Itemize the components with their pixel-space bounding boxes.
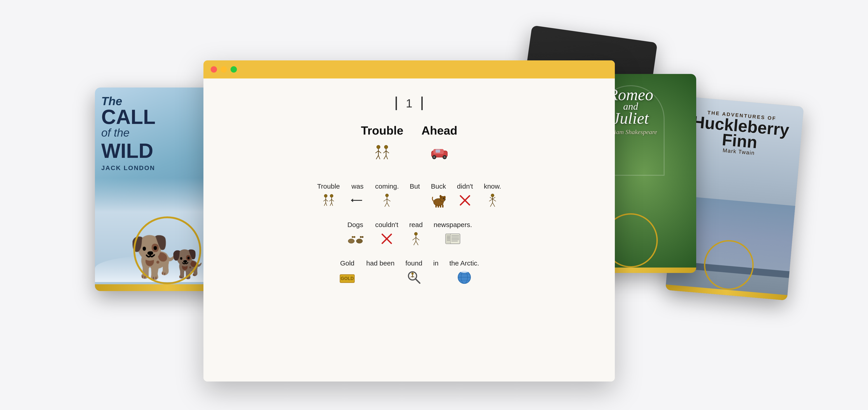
- svg-line-3: [378, 151, 381, 153]
- word-text-know: know.: [484, 182, 501, 190]
- svg-line-5: [378, 155, 380, 159]
- svg-point-66: [362, 236, 364, 238]
- svg-point-17: [443, 156, 446, 158]
- svg-line-89: [415, 279, 420, 283]
- word-in: in: [433, 259, 438, 285]
- word-couldnt: couldn't: [375, 221, 398, 247]
- svg-line-24: [326, 203, 327, 206]
- svg-line-57: [490, 197, 493, 199]
- svg-line-10: [384, 155, 386, 159]
- word-icon-read: [409, 231, 423, 247]
- svg-line-55: [490, 203, 493, 207]
- svg-line-72: [416, 237, 419, 240]
- page-indicator: 1: [240, 96, 579, 110]
- page-line-right: [421, 96, 423, 110]
- svg-point-90: [411, 272, 414, 275]
- svg-line-27: [329, 200, 332, 201]
- svg-line-11: [386, 155, 388, 159]
- svg-line-22: [326, 200, 328, 201]
- word-text-the-arctic: the Arctic.: [450, 259, 479, 267]
- word-text-found: found: [405, 259, 422, 267]
- svg-point-99: [460, 270, 468, 273]
- svg-line-21: [323, 200, 326, 201]
- svg-point-15: [433, 156, 435, 158]
- svg-text:GOLD: GOLD: [341, 276, 354, 281]
- word-icon-found: [406, 269, 422, 285]
- svg-point-51: [491, 194, 494, 197]
- word-coming: coming.: [375, 182, 399, 208]
- svg-point-61: [352, 236, 353, 238]
- word-know: know.: [484, 182, 501, 208]
- svg-rect-45: [440, 205, 441, 208]
- page-number: 1: [406, 96, 412, 110]
- word-icon-was: [351, 193, 364, 208]
- word-had-been: had been: [366, 259, 395, 285]
- svg-line-53: [489, 199, 493, 201]
- sentence-row-2: Dogs: [240, 221, 579, 247]
- word-but: But: [410, 182, 420, 208]
- svg-line-58: [493, 197, 495, 199]
- svg-rect-43: [435, 204, 437, 208]
- svg-rect-18: [436, 149, 440, 153]
- svg-line-74: [416, 241, 418, 245]
- cow-gold-circle: [133, 216, 201, 284]
- word-text-newspapers: newspapers.: [434, 221, 472, 229]
- word-was: was: [351, 182, 364, 208]
- svg-point-63: [356, 239, 363, 243]
- word-text-trouble: Trouble: [317, 182, 340, 190]
- title-icon-trouble: [372, 142, 393, 165]
- traffic-light-yellow[interactable]: [221, 66, 227, 72]
- svg-point-47: [443, 198, 444, 199]
- svg-point-59: [348, 239, 354, 243]
- word-the-arctic: the Arctic.: [450, 259, 479, 285]
- svg-point-69: [414, 232, 417, 235]
- svg-line-37: [385, 203, 387, 207]
- word-text-coming: coming.: [375, 182, 399, 190]
- word-icon-gold: GOLD: [339, 269, 355, 285]
- svg-line-71: [412, 237, 416, 240]
- traffic-light-green[interactable]: [230, 66, 237, 72]
- title-item-ahead: Ahead: [421, 124, 457, 165]
- word-dogs: Dogs: [346, 221, 364, 247]
- title-item-trouble: Trouble: [361, 124, 403, 165]
- word-icon-know: [486, 193, 499, 208]
- traffic-light-red[interactable]: [211, 66, 217, 72]
- word-found: found: [405, 259, 422, 285]
- svg-line-36: [387, 199, 391, 201]
- browser-content: 1 Trouble: [204, 79, 615, 381]
- svg-point-19: [324, 194, 327, 198]
- svg-line-29: [330, 203, 332, 206]
- svg-line-4: [376, 155, 378, 159]
- word-didnt: didn't: [457, 182, 473, 208]
- svg-rect-46: [442, 204, 443, 208]
- page-line-left: [396, 96, 397, 110]
- word-text-but: But: [410, 182, 420, 190]
- svg-marker-32: [351, 199, 353, 202]
- svg-point-65: [360, 236, 362, 238]
- scene: The CALL of the WILD JACK LONDON 🐕 🐕: [95, 24, 773, 386]
- title-word-trouble: Trouble: [361, 124, 403, 137]
- word-icon-buck: [431, 193, 446, 208]
- word-text-in: in: [433, 259, 438, 267]
- sentence-row-3: Gold GOLD had been found: [240, 259, 579, 285]
- svg-line-38: [387, 203, 389, 207]
- word-text-gold: Gold: [340, 259, 354, 267]
- browser-titlebar: [204, 60, 615, 79]
- word-text-buck: Buck: [431, 182, 446, 190]
- svg-rect-44: [438, 205, 439, 208]
- title-word-ahead: Ahead: [421, 124, 457, 137]
- word-read: read: [409, 221, 423, 247]
- word-icon-trouble: [321, 193, 336, 208]
- svg-line-73: [414, 241, 416, 245]
- word-text-couldnt: couldn't: [375, 221, 398, 229]
- word-icon-didnt: [458, 193, 472, 208]
- word-gold: Gold GOLD: [339, 259, 355, 285]
- word-text-was: was: [351, 182, 364, 190]
- svg-line-2: [375, 151, 378, 153]
- svg-point-0: [377, 145, 380, 149]
- word-icon-dogs: [346, 231, 364, 247]
- svg-line-30: [332, 203, 333, 206]
- svg-point-33: [385, 194, 389, 197]
- svg-point-62: [353, 236, 355, 238]
- word-icon-coming: [380, 193, 394, 208]
